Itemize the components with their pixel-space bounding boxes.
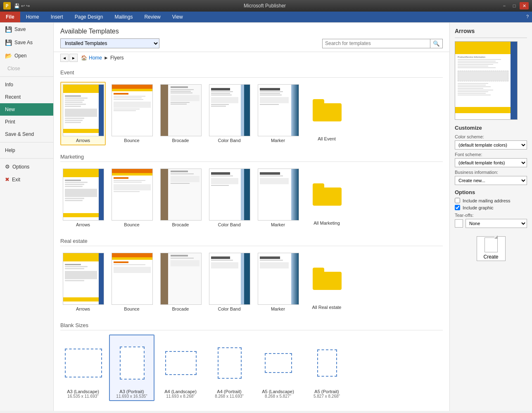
sidebar-item-info[interactable]: Info	[0, 78, 53, 91]
template-thumb-colorband	[209, 84, 250, 136]
event-templates-grid: Arrows	[60, 82, 443, 145]
category-title-blank: Blank Sizes	[60, 320, 443, 330]
sidebar-label-new: New	[5, 107, 15, 112]
template-realestate-arrows[interactable]: Arrows	[60, 250, 106, 314]
template-source-dropdown[interactable]: Installed Templates My Templates New fro…	[60, 38, 159, 48]
sidebar-item-recent[interactable]: Recent	[0, 91, 53, 103]
create-label: Create	[483, 254, 498, 260]
template-event-brocade[interactable]: Brocade	[158, 82, 203, 145]
template-dims-a3p: 11.693 x 16.535"	[112, 394, 152, 399]
tab-mailings[interactable]: Mailings	[109, 12, 138, 22]
template-blank-a4l[interactable]: A4 (Landscape) 11.693 x 8.268"	[158, 335, 203, 401]
sidebar-item-open[interactable]: 📂 Open	[0, 49, 53, 62]
sidebar-item-save[interactable]: 💾 Save	[0, 23, 53, 36]
template-marketing-all[interactable]: All Marketing	[304, 166, 349, 230]
category-event: Event	[60, 68, 443, 145]
close-button[interactable]: ✕	[520, 2, 529, 9]
tearoffs-preview	[455, 219, 463, 228]
template-name-event-all: All Event	[306, 136, 347, 141]
nav-back-button[interactable]: ◄	[60, 54, 69, 62]
sidebar-item-save-as[interactable]: 💾 Save As	[0, 36, 53, 49]
tab-page-design[interactable]: Page Design	[69, 12, 109, 22]
template-thumb-a5l	[258, 337, 299, 389]
template-blank-a5p[interactable]: A5 (Portrait) 5.827 x 8.268"	[304, 335, 349, 401]
category-marketing: Marketing	[60, 152, 443, 230]
template-name-event-marker: Marker	[258, 138, 298, 143]
template-thumb-a3l	[63, 337, 104, 389]
template-thumb-all-realestate	[306, 253, 348, 305]
template-event-arrows[interactable]: Arrows	[60, 82, 106, 145]
template-marketing-arrows[interactable]: Arrows	[60, 166, 106, 230]
category-title-marketing: Marketing	[60, 152, 443, 162]
customize-title: Customize	[455, 125, 527, 131]
template-realestate-marker[interactable]: Marker	[255, 250, 301, 314]
template-marketing-bounce[interactable]: Bounce	[109, 166, 154, 230]
customize-section: Customize Color scheme: (default templat…	[455, 125, 527, 265]
blank-templates-grid: A3 (Landscape) 16.535 x 11.693" A3 (Port…	[60, 335, 443, 401]
template-realestate-colorband[interactable]: Color Band	[207, 250, 252, 314]
template-realestate-all[interactable]: All Real estate	[304, 250, 349, 314]
template-name-marketing-arrows: Arrows	[63, 222, 103, 227]
template-blank-a3p[interactable]: A3 (Portrait) 11.693 x 16.535"	[109, 335, 154, 401]
tearoffs-label: Tear-offs:	[455, 213, 527, 218]
color-scheme-select[interactable]: (default template colors) Aqua Berry	[455, 140, 527, 150]
template-event-colorband[interactable]: Color Band	[207, 82, 252, 145]
template-source-select[interactable]: Installed Templates My Templates New fro…	[60, 38, 159, 48]
maximize-button[interactable]: □	[510, 2, 519, 9]
tab-home[interactable]: Home	[20, 12, 45, 22]
sidebar-label-recent: Recent	[5, 94, 21, 100]
tab-review[interactable]: Review	[138, 12, 166, 22]
template-realestate-bounce[interactable]: Bounce	[109, 250, 154, 314]
sidebar-label-options: Options	[12, 164, 29, 170]
include-mailing-label: Include mailing address	[463, 198, 511, 203]
template-event-bounce[interactable]: Bounce	[109, 82, 154, 145]
business-info-select[interactable]: Create new... Business 1	[455, 176, 527, 185]
template-marketing-brocade[interactable]: Brocade	[158, 166, 203, 230]
sidebar-label-exit: Exit	[12, 177, 20, 183]
include-graphic-checkbox[interactable]	[455, 205, 460, 210]
create-button[interactable]: Create	[477, 236, 506, 261]
include-mailing-checkbox[interactable]	[455, 198, 460, 203]
sidebar-item-print[interactable]: Print	[0, 116, 53, 128]
main-content: Available Templates Installed Templates …	[54, 23, 449, 411]
breadcrumb-home[interactable]: Home	[89, 55, 102, 61]
template-realestate-brocade[interactable]: Brocade	[158, 250, 203, 314]
help-icon[interactable]: ?	[523, 12, 532, 22]
template-marketing-marker[interactable]: Marker	[255, 166, 301, 230]
sidebar-item-options[interactable]: ⚙ Options	[0, 160, 53, 173]
template-blank-a4p[interactable]: A4 (Portrait) 8.268 x 11.693"	[207, 335, 252, 401]
template-blank-a5l[interactable]: A5 (Landscape) 8.268 x 5.827"	[255, 335, 301, 401]
search-box: 🔍	[322, 39, 443, 48]
sidebar-item-close[interactable]: Close	[0, 62, 53, 75]
template-thumb-realestate-colorband	[209, 253, 250, 305]
search-input[interactable]	[323, 39, 430, 47]
tearoffs-select[interactable]: None Coupon Phone	[466, 219, 527, 228]
ribbon: File Home Insert Page Design Mailings Re…	[0, 12, 532, 23]
tab-insert[interactable]: Insert	[45, 12, 69, 22]
search-button[interactable]: 🔍	[430, 39, 442, 48]
template-event-all[interactable]: All Event	[304, 82, 349, 145]
app-title: Microsoft Publisher	[30, 3, 500, 9]
tab-view[interactable]: View	[166, 12, 189, 22]
sidebar-item-exit[interactable]: ✖ Exit	[0, 173, 53, 186]
template-controls: Installed Templates My Templates New fro…	[60, 38, 443, 48]
sidebar-item-new[interactable]: New	[0, 103, 53, 116]
nav-forward-button[interactable]: ►	[69, 54, 78, 62]
sidebar-item-save-send[interactable]: Save & Send	[0, 128, 53, 140]
minimize-button[interactable]: −	[500, 2, 509, 9]
font-scheme-label: Font scheme:	[455, 152, 527, 157]
tab-file[interactable]: File	[0, 12, 20, 22]
right-panel: Arrows Product/Service Information	[449, 23, 532, 411]
save-as-icon: 💾	[5, 39, 12, 46]
sidebar-item-help[interactable]: Help	[0, 144, 53, 157]
template-name-marketing-colorband: Color Band	[209, 222, 249, 227]
template-marketing-colorband[interactable]: Color Band	[207, 166, 252, 230]
template-thumb-marketing-marker	[258, 169, 299, 221]
title-bar: P 💾 ↩ ↪ Microsoft Publisher − □ ✕	[0, 0, 532, 12]
sidebar-label-help: Help	[5, 147, 15, 153]
template-blank-a3l[interactable]: A3 (Landscape) 16.535 x 11.693"	[60, 335, 106, 401]
template-event-marker[interactable]: Marker	[255, 82, 301, 145]
font-scheme-select[interactable]: (default template fonts) Arial	[455, 158, 527, 167]
category-realestate: Real estate	[60, 236, 443, 314]
template-thumb-all-marketing	[306, 169, 348, 221]
